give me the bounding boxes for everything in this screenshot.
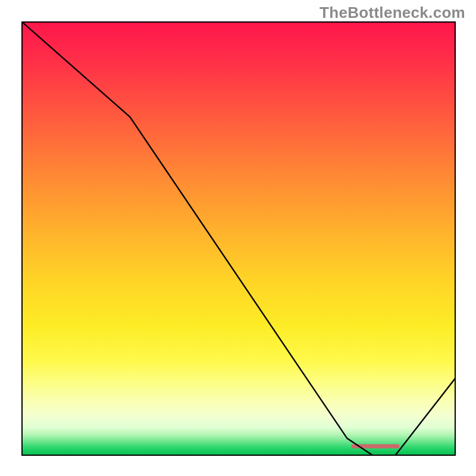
chart-container: TheBottleneck.com bbox=[0, 0, 476, 476]
plot-area bbox=[21, 21, 456, 456]
watermark-label: TheBottleneck.com bbox=[320, 4, 465, 22]
chart-svg bbox=[21, 21, 456, 456]
series-curve bbox=[21, 21, 456, 456]
